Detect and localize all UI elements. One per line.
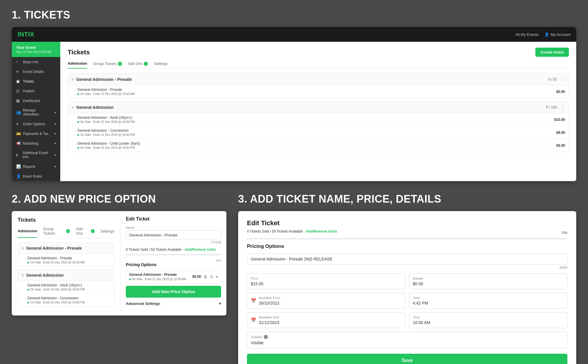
sidebar-item-marketing[interactable]: 📢 Marketing ▾ — [12, 138, 60, 148]
payments-icon: 💳 — [16, 131, 21, 136]
calendar-icon: 📅 — [251, 298, 256, 303]
ticket-item-status: On Sale · Ends 31 Dec 2023 @ 10:00 PM — [27, 301, 111, 304]
tab-settings[interactable]: Settings — [154, 61, 168, 69]
available-until-field[interactable]: 📅 Available Until 31/12/2023 — [247, 312, 405, 328]
pricing-row-actions: $0.00 🗑 ⊕ ▾ — [192, 274, 218, 279]
avail-from-label: Available From — [259, 296, 280, 300]
s2-ticket-group-presale: ≡ General Admission - Presale General Ad… — [18, 243, 114, 267]
price-rebate-fields: Price $15.00 Rebate $0.00 — [247, 273, 567, 289]
ticket-group-presale: ≡ General Admission - Presale 0 / 50 ⋮ G… — [68, 73, 569, 98]
s2-ticket-group-general: ≡ General Admission General Admission - … — [18, 270, 114, 307]
advanced-settings-label: Advanced Settings — [126, 301, 160, 306]
tab-admission[interactable]: Admission — [68, 61, 87, 69]
edit-ticket-title: Edit Ticket — [126, 216, 221, 222]
pricing-row-name: General Admission - Presale — [129, 273, 186, 277]
add-ons-badge: 1 — [144, 62, 148, 66]
delete-icon[interactable]: 🗑 — [203, 274, 208, 279]
sidebar-item-manage-attendees[interactable]: 👥 Manage Attendees ▾ — [12, 106, 60, 119]
progress-bar-container-s3 — [247, 238, 567, 239]
add-remove-units-link-s3[interactable]: Add/Remove Units — [306, 229, 337, 233]
sidebar-item-reports[interactable]: 📊 Reports ▾ — [12, 162, 60, 171]
section1: 1. TICKETS INTIX All My Events 👤 My Acco… — [12, 9, 576, 181]
tab-group-s2[interactable]: Group Tickets 1 — [43, 227, 70, 238]
section2-tabs: Admission Group Tickets 1 Add Ons 1 Sett… — [18, 227, 114, 238]
available-from-field[interactable]: 📅 Available From 26/10/2023 — [247, 293, 405, 309]
my-account-link[interactable]: 👤 My Account — [544, 32, 570, 37]
sidebar-item-order-options[interactable]: ≡ Order Options ▾ — [12, 119, 60, 129]
group-tickets-badge: 1 — [118, 62, 122, 66]
tab-group-tickets[interactable]: Group Tickets 1 — [93, 61, 122, 69]
s2-ticket-item-adult: General Admission - Adult (16yrs+) On Sa… — [18, 281, 114, 294]
sidebar-item-publish[interactable]: ⊡ Publish — [12, 86, 60, 96]
addons-badge-s2: 1 — [91, 229, 95, 233]
sidebar-item-dashboard[interactable]: ▦ Dashboard — [12, 96, 60, 106]
rebate-field[interactable]: Rebate $0.00 — [409, 273, 567, 289]
pricing-row-price: $0.00 — [192, 275, 201, 279]
drag-handle-icon: ≡ — [71, 105, 74, 110]
ticket-price: $5.00 — [556, 143, 565, 148]
rebate-label: Rebate — [413, 277, 564, 280]
sidebar-event[interactable]: Your Event Sun, 31 Dec 2023 9:00 AM — [12, 42, 60, 57]
group-badge-s2: 1 — [66, 229, 70, 233]
avail-from-time-field[interactable]: Time 4:42 PM — [409, 293, 567, 309]
price-label-charcount: 39/50 — [247, 266, 567, 269]
section1-app-window: INTIX All My Events 👤 My Account Your Ev… — [12, 27, 576, 181]
create-ticket-button[interactable]: Create ticket — [535, 48, 569, 57]
section2-heading: 2. ADD NEW PRICE OPTION — [12, 193, 226, 205]
sidebar-item-tickets[interactable]: ▣ Tickets — [12, 76, 60, 86]
chevron-down-icon[interactable]: ▾ — [216, 274, 218, 279]
sidebar-item-additional[interactable]: ℹ Additional Event Info ▾ — [12, 148, 60, 162]
price-field[interactable]: Price $15.00 — [247, 273, 405, 289]
tab-admission-s2[interactable]: Admission — [18, 227, 37, 238]
section2: 2. ADD NEW PRICE OPTION Tickets Admissio… — [12, 193, 226, 364]
all-my-events-link[interactable]: All My Events — [515, 32, 539, 37]
avail-until-time-field[interactable]: Time 10:00 AM — [409, 312, 567, 328]
publish-icon: ⊡ — [16, 89, 21, 93]
sidebar-item-label: Basic Info — [23, 60, 39, 64]
ticket-item-name: General Admission - Adult (16yrs+) — [27, 283, 111, 287]
sidebar-event-date: Sun, 31 Dec 2023 9:00 AM — [16, 50, 56, 54]
tab-addons-s2[interactable]: Add Ons 1 — [76, 227, 95, 238]
sidebar-item-event-roles[interactable]: 👤 Event Roles — [12, 171, 60, 181]
kebab-menu-icon[interactable]: ⋮ — [560, 76, 565, 82]
time-value: 4:42 PM — [413, 301, 564, 305]
name-field-group: Name 27/100 — [126, 226, 221, 244]
drag-handle-icon: ≡ — [21, 273, 24, 278]
avail-until-value: 31/12/2023 — [259, 320, 279, 325]
pricing-options-title: Pricing Options — [126, 262, 221, 267]
advanced-settings-row[interactable]: Advanced Settings ▾ — [126, 298, 221, 309]
tab-settings-s2[interactable]: Settings — [101, 227, 114, 238]
price-label-input[interactable] — [247, 253, 567, 265]
sidebar-item-event-details[interactable]: ≡ Event Details — [12, 67, 60, 76]
ticket-price: $8.00 — [556, 131, 565, 135]
status-dot-icon — [77, 134, 79, 136]
page-title: Tickets — [68, 49, 90, 56]
sidebar-item-payments[interactable]: 💳 Payments & Tax ▾ — [12, 129, 60, 138]
copy-icon[interactable]: ⊕ — [210, 274, 213, 279]
visibility-field[interactable]: Visibility i Visible — [247, 332, 567, 348]
ticket-item-info: General Admission - Presale On Sale · En… — [77, 88, 556, 96]
tickets-layout: Tickets Admission Group Tickets 1 Add On… — [12, 211, 226, 315]
kebab-menu-icon[interactable]: ⋮ — [560, 104, 565, 110]
add-remove-units-link[interactable]: Add/Remove Units — [185, 248, 216, 252]
app-layout: Your Event Sun, 31 Dec 2023 9:00 AM ○ Ba… — [12, 42, 576, 181]
status-dot-icon — [77, 121, 79, 123]
sidebar-item-label: Additional Event Info — [23, 151, 52, 159]
ticket-item-name: General Admission - Presale — [77, 88, 556, 92]
tickets-sold-row: 0 Tickets Sold / 50 Tickets Available · … — [247, 229, 567, 236]
add-new-price-option-button[interactable]: Add New Price Option — [126, 286, 221, 298]
status-dot-icon — [27, 302, 29, 303]
status-dot-icon — [77, 147, 79, 149]
tickets-sold-info: 0 Tickets Sold / 50 Tickets Available · … — [126, 248, 221, 252]
logo[interactable]: INTIX — [18, 31, 34, 38]
event-details-icon: ≡ — [16, 69, 21, 74]
save-button[interactable]: Save — [247, 354, 567, 364]
sidebar-item-basic-info[interactable]: ○ Basic Info — [12, 57, 60, 67]
tab-add-ons[interactable]: Add Ons 1 — [128, 61, 148, 69]
sidebar-event-name: Your Event — [16, 45, 56, 50]
progress-bar-container — [126, 254, 221, 255]
pricing-row: General Admission - Presale On Sale · En… — [126, 270, 221, 283]
name-input[interactable] — [126, 230, 221, 240]
marketing-icon: 📢 — [16, 141, 21, 146]
sidebar-item-label: Reports — [23, 165, 35, 169]
